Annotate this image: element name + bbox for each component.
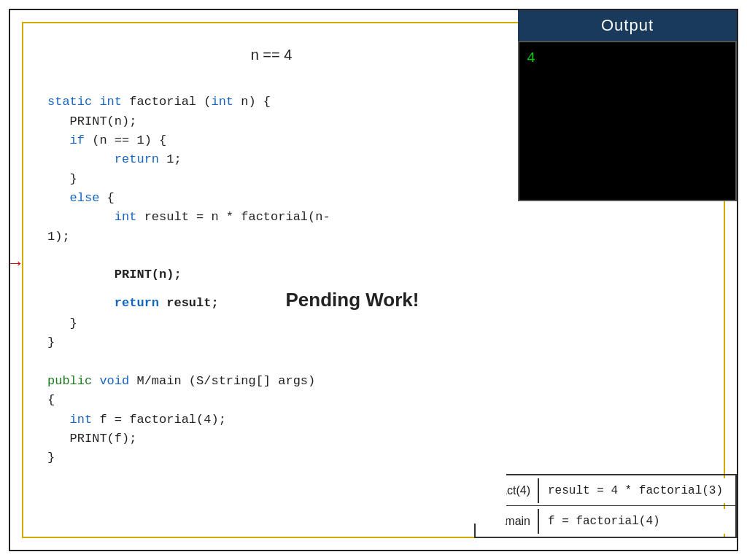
code-block: static int factorial (int n) { PRINT(n);… bbox=[47, 74, 495, 487]
callstack-panel: fact(4) result = 4 * factorial(3) main f… bbox=[474, 474, 737, 538]
code-line3: if (n == 1) { bbox=[47, 133, 166, 147]
output-value: 4 bbox=[527, 50, 535, 66]
code-line6: else { bbox=[47, 191, 115, 205]
code-line9: PRINT(n); bbox=[47, 268, 182, 281]
code-line4: return 1; bbox=[47, 152, 182, 166]
code-line13: public void M/main (S/string[] args) bbox=[47, 374, 315, 388]
output-screen: 4 bbox=[518, 41, 737, 201]
code-line10: return result; Pending Work! bbox=[47, 296, 419, 310]
code-line16: PRINT(f); bbox=[47, 432, 136, 446]
output-title: Output bbox=[518, 10, 737, 41]
callstack-content-main: f = factorial(4) bbox=[538, 509, 735, 534]
code-line5: } bbox=[47, 172, 77, 186]
arrow-indicator: → bbox=[10, 255, 20, 273]
code-line11: } bbox=[47, 316, 77, 330]
code-line2: PRINT(n); bbox=[47, 114, 136, 128]
code-line8: 1); bbox=[47, 230, 70, 244]
callstack-content-fact4: result = 4 * factorial(3) bbox=[538, 478, 735, 503]
code-line14: { bbox=[47, 393, 55, 407]
code-line1: static int factorial (int n) { bbox=[47, 95, 271, 109]
n-equals-display: n == 4 bbox=[47, 47, 495, 63]
callstack-row-main: main f = factorial(4) bbox=[476, 506, 735, 537]
code-line12: } bbox=[47, 335, 55, 349]
code-line15: int f = factorial(4); bbox=[47, 413, 226, 427]
code-line17: } bbox=[47, 451, 55, 464]
callstack-row-fact4: fact(4) result = 4 * factorial(3) bbox=[476, 475, 735, 506]
output-panel: Output 4 bbox=[518, 10, 737, 201]
code-line7: int result = n * factorial(n- bbox=[47, 210, 330, 224]
code-area: n == 4 static int factorial (int n) { PR… bbox=[36, 36, 506, 524]
